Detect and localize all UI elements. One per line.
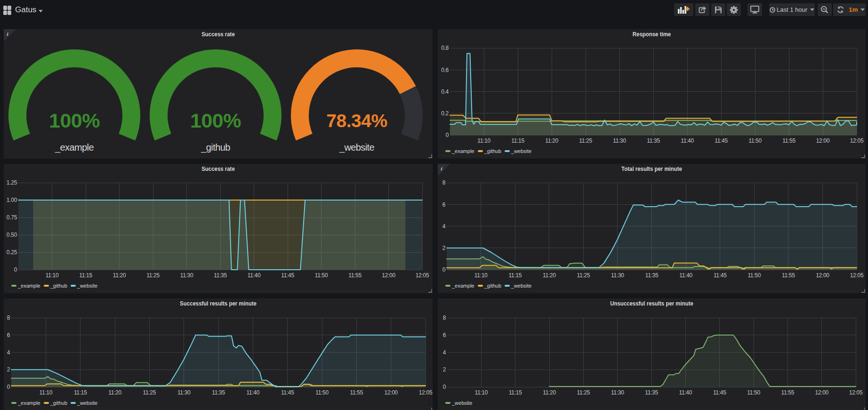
- svg-text:12:00: 12:00: [382, 272, 395, 279]
- svg-text:12:05: 12:05: [850, 272, 864, 279]
- svg-text:100%: 100%: [49, 109, 100, 132]
- svg-text:8: 8: [7, 314, 10, 321]
- svg-text:11:50: 11:50: [315, 272, 328, 279]
- svg-text:8: 8: [443, 314, 446, 321]
- svg-text:11:50: 11:50: [748, 137, 762, 144]
- svg-text:11:40: 11:40: [681, 137, 694, 144]
- svg-text:11:45: 11:45: [714, 272, 727, 279]
- svg-text:0: 0: [442, 266, 446, 273]
- svg-text:0.75: 0.75: [7, 214, 17, 221]
- svg-text:2: 2: [7, 366, 10, 373]
- svg-text:11:35: 11:35: [647, 137, 660, 144]
- svg-text:100%: 100%: [190, 109, 241, 132]
- svg-text:11:30: 11:30: [611, 389, 624, 396]
- svg-text:11:20: 11:20: [543, 389, 556, 396]
- svg-text:11:25: 11:25: [143, 389, 156, 396]
- svg-text:4: 4: [443, 349, 446, 356]
- svg-text:11:40: 11:40: [679, 272, 692, 279]
- svg-text:12:05: 12:05: [849, 389, 863, 396]
- svg-text:0: 0: [7, 384, 10, 390]
- svg-text:12:05: 12:05: [419, 389, 433, 396]
- svg-text:11:45: 11:45: [281, 389, 294, 396]
- svg-text:11:25: 11:25: [579, 137, 592, 144]
- svg-text:12:05: 12:05: [850, 137, 864, 144]
- svg-text:_github: _github: [201, 142, 230, 153]
- svg-text:11:35: 11:35: [214, 272, 227, 279]
- svg-text:11:55: 11:55: [782, 137, 796, 144]
- svg-text:6: 6: [442, 201, 446, 208]
- svg-text:2: 2: [443, 366, 446, 373]
- svg-text:11:15: 11:15: [511, 137, 524, 144]
- svg-text:11:20: 11:20: [545, 137, 558, 144]
- svg-text:4: 4: [7, 349, 10, 356]
- svg-text:11:30: 11:30: [180, 272, 193, 279]
- svg-text:11:25: 11:25: [146, 272, 160, 279]
- svg-text:11:30: 11:30: [613, 137, 626, 144]
- svg-text:4: 4: [442, 223, 446, 230]
- svg-text:12:00: 12:00: [815, 389, 828, 396]
- svg-text:11:10: 11:10: [477, 137, 490, 144]
- svg-text:11:55: 11:55: [350, 389, 363, 396]
- svg-text:6: 6: [7, 332, 10, 338]
- svg-text:11:45: 11:45: [713, 389, 726, 396]
- svg-text:0.8: 0.8: [441, 45, 449, 51]
- svg-text:11:35: 11:35: [645, 272, 659, 279]
- svg-text:12:00: 12:00: [816, 137, 830, 144]
- svg-text:2: 2: [442, 245, 446, 251]
- svg-text:12:00: 12:00: [816, 272, 829, 279]
- svg-text:11:10: 11:10: [46, 272, 59, 279]
- svg-text:11:30: 11:30: [177, 389, 191, 396]
- svg-text:0.2: 0.2: [441, 110, 449, 117]
- svg-text:78.34%: 78.34%: [326, 111, 387, 131]
- svg-text:11:20: 11:20: [108, 389, 121, 396]
- svg-text:0: 0: [14, 266, 17, 273]
- svg-text:11:20: 11:20: [543, 272, 556, 279]
- svg-text:6: 6: [443, 332, 446, 338]
- svg-text:11:50: 11:50: [747, 272, 761, 279]
- svg-text:11:40: 11:40: [679, 389, 692, 396]
- svg-text:11:30: 11:30: [611, 272, 624, 279]
- svg-text:0: 0: [446, 132, 449, 138]
- svg-text:11:35: 11:35: [212, 389, 225, 396]
- svg-text:12:05: 12:05: [416, 272, 429, 279]
- svg-text:11:25: 11:25: [577, 389, 590, 396]
- svg-text:11:50: 11:50: [747, 389, 760, 396]
- svg-text:8: 8: [442, 179, 446, 186]
- svg-text:11:15: 11:15: [508, 272, 522, 279]
- svg-text:_example: _example: [55, 142, 94, 153]
- svg-text:11:10: 11:10: [39, 389, 52, 396]
- svg-text:1.00: 1.00: [7, 197, 17, 203]
- svg-text:11:10: 11:10: [474, 389, 488, 396]
- svg-text:0.25: 0.25: [7, 249, 17, 256]
- svg-text:11:10: 11:10: [474, 272, 488, 279]
- svg-text:11:55: 11:55: [782, 272, 795, 279]
- svg-text:0.6: 0.6: [441, 67, 449, 73]
- svg-text:11:45: 11:45: [715, 137, 728, 144]
- svg-text:11:25: 11:25: [577, 272, 590, 279]
- svg-text:11:15: 11:15: [79, 272, 92, 279]
- svg-text:11:40: 11:40: [246, 389, 259, 396]
- svg-text:11:50: 11:50: [315, 389, 329, 396]
- svg-text:0: 0: [443, 384, 446, 390]
- svg-text:11:15: 11:15: [509, 389, 522, 396]
- svg-text:1.25: 1.25: [7, 179, 17, 186]
- svg-text:11:45: 11:45: [281, 272, 294, 279]
- svg-text:0.4: 0.4: [441, 88, 449, 95]
- svg-text:0.50: 0.50: [7, 232, 17, 238]
- svg-text:_website: _website: [339, 142, 375, 153]
- svg-text:11:55: 11:55: [781, 389, 794, 396]
- svg-text:11:20: 11:20: [113, 272, 126, 279]
- svg-text:12:00: 12:00: [384, 389, 398, 396]
- svg-text:11:55: 11:55: [348, 272, 362, 279]
- svg-text:11:35: 11:35: [645, 389, 658, 396]
- svg-text:11:40: 11:40: [248, 272, 261, 279]
- svg-text:11:15: 11:15: [74, 389, 87, 396]
